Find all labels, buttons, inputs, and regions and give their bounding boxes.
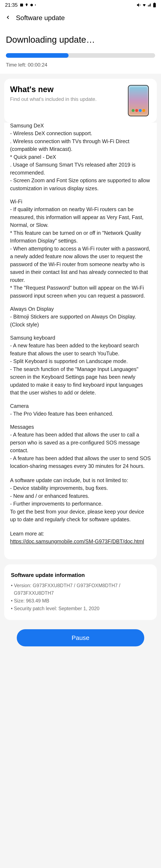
- section-item: - New and / or enhanced features.: [10, 492, 151, 500]
- button-bar: Pause: [0, 625, 161, 655]
- progress-fill: [6, 53, 69, 58]
- progress-bar: [6, 53, 155, 58]
- page-title: Software update: [16, 14, 65, 22]
- section-item: . Wireless connection with TVs through W…: [10, 137, 151, 153]
- learn-more-link[interactable]: https://doc.samsungmobile.com/SM-G973F/D…: [10, 537, 151, 546]
- info-size: • Size: 963.49 MB: [11, 597, 150, 605]
- section-item: - The Pro Video feature has been enhance…: [10, 410, 151, 418]
- status-bar: 21:35 •: [0, 0, 161, 10]
- status-time: 21:35: [5, 2, 18, 8]
- section-item: - Further improvements to performance.: [10, 500, 151, 508]
- section-item: * Quick panel - DeX: [10, 153, 151, 161]
- section-item: - A feature has been added that allows t…: [10, 431, 151, 455]
- section-title: Samsung keyboard: [10, 335, 151, 341]
- section-title: Always On Display: [10, 306, 151, 312]
- mute-icon: [137, 3, 141, 7]
- download-title: Downloading update…: [6, 35, 155, 45]
- svg-rect-3: [154, 3, 155, 3]
- section-item: - The search function of the "Manage Inp…: [10, 365, 151, 397]
- svg-rect-0: [20, 4, 23, 6]
- section-item: * The "Request Password" button will app…: [10, 284, 151, 300]
- info-version-cont: G973FXXU8DTH7: [11, 589, 150, 597]
- battery-icon: [153, 3, 156, 7]
- download-section: Downloading update… Time left: 00:00:24: [0, 27, 161, 74]
- svg-point-1: [30, 4, 33, 6]
- section-title: Samsung DeX: [10, 123, 151, 129]
- back-icon[interactable]: [5, 13, 11, 22]
- section-item: - Wireless DeX connection support.: [10, 129, 151, 137]
- release-notes: Samsung DeX - Wireless DeX connection su…: [4, 123, 157, 559]
- section-item: - Bitmoji Stickers are supported on Alwa…: [10, 313, 151, 329]
- section-item: A software update can include, but is no…: [10, 476, 151, 485]
- section-title: Wi-Fi: [10, 198, 151, 205]
- wifi-icon: [142, 3, 146, 7]
- info-version: • Version: G973FXXU8DTH7 / G973FOXM8DTH7…: [11, 582, 150, 589]
- status-right-icons: [137, 3, 156, 7]
- section-item: - Screen Zoom and Font Size options are …: [10, 177, 151, 192]
- section-item: - A new feature has been added to the ke…: [10, 342, 151, 358]
- section-item: * This feature can be turned on or off i…: [10, 229, 151, 245]
- section-item: - Split Keyboard is supported on Landsca…: [10, 358, 151, 365]
- whats-new-title: What's new: [10, 85, 117, 94]
- time-left: Time left: 00:00:24: [6, 62, 155, 68]
- section-item: - If quality information on nearby Wi-Fi…: [10, 206, 151, 229]
- info-patch: • Security patch level: September 1, 202…: [11, 605, 150, 613]
- section-title: Messages: [10, 424, 151, 430]
- signal-icon: [147, 3, 152, 7]
- section-title: Camera: [10, 403, 151, 409]
- svg-rect-2: [153, 3, 156, 7]
- update-info-card: Software update information • Version: G…: [4, 564, 157, 620]
- status-left-icons: •: [20, 3, 36, 7]
- info-title: Software update information: [11, 572, 150, 579]
- section-item: - Device stability improvements, bug fix…: [10, 484, 151, 492]
- phone-image: [122, 85, 151, 116]
- header: Software update: [0, 10, 161, 27]
- learn-more-label: Learn more at:: [10, 530, 151, 538]
- section-item: To get the best from your device, please…: [10, 508, 151, 524]
- section-item: - When attempting to access a Wi-Fi rout…: [10, 245, 151, 284]
- whats-new-subtitle: Find out what's included in this update.: [10, 96, 117, 103]
- whats-new-card: What's new Find out what's included in t…: [4, 79, 157, 123]
- pause-button[interactable]: Pause: [17, 629, 144, 646]
- section-item: - A feature has been added that allows t…: [10, 455, 151, 470]
- section-item: . Usage of Samsung Smart TVs released af…: [10, 161, 151, 177]
